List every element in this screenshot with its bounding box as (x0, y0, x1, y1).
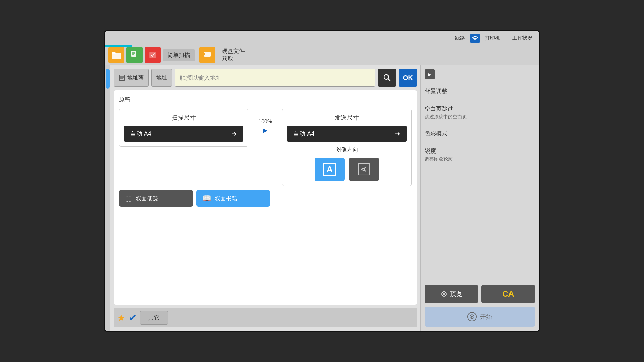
original-label: 原稿 (119, 96, 412, 103)
svg-rect-9 (119, 75, 125, 80)
send-size-box: 发送尺寸 自动 A4 ➜ 图像方向 A (282, 109, 412, 186)
start-btn[interactable]: 开始 (425, 307, 535, 327)
send-size-value: 自动 A4 (293, 130, 314, 138)
address-label: 地址 (151, 69, 172, 87)
ca-label: CA (502, 289, 514, 299)
scan-size-box: 扫描尺寸 自动 A4 ➜ (119, 109, 249, 147)
nav-folder-btn[interactable] (108, 47, 124, 63)
address-bar: 地址薄 地址 触摸以输入地址 OK (114, 69, 417, 87)
send-arrow-icon: ➜ (395, 130, 400, 138)
scroll-thumb (106, 69, 110, 89)
nav-hdd-icon (199, 47, 215, 63)
scan-size-selector[interactable]: 自动 A4 ➜ (124, 126, 244, 142)
start-icon (467, 312, 477, 321)
svg-rect-1 (112, 52, 116, 54)
right-panel-header: ▶ (425, 69, 535, 83)
duplex-note-btn[interactable]: ⬚ 双面便笺 (119, 190, 193, 207)
send-size-selector[interactable]: 自动 A4 ➜ (287, 126, 407, 142)
search-btn[interactable] (378, 69, 396, 87)
bg-adjust-label: 背景调整 (425, 87, 535, 95)
duplex-book-label: 双面书籍 (215, 195, 237, 202)
line-label: 线路 (455, 35, 465, 41)
scan-arrow-icon: ➜ (231, 130, 237, 138)
svg-rect-6 (150, 52, 156, 58)
duplex-book-icon: 📖 (202, 194, 211, 203)
address-placeholder: 触摸以输入地址 (180, 74, 222, 82)
ok-btn[interactable]: OK (399, 69, 417, 87)
address-book-btn[interactable]: 地址薄 (114, 69, 149, 87)
main-area: 地址薄 地址 触摸以输入地址 OK (105, 65, 539, 331)
landscape-icon: A (358, 163, 370, 175)
left-panel: 地址薄 地址 触摸以输入地址 OK (110, 65, 420, 331)
skip-blank-sublabel: 跳过原稿中的空白页 (425, 114, 535, 120)
percent-arrow: 100% ▶ (258, 109, 272, 134)
portrait-icon: A (323, 163, 336, 176)
nav-scan-btn[interactable] (145, 47, 161, 63)
tab-other[interactable]: 其它 (140, 311, 168, 325)
device-frame: 线路 打印机 工作状况 (0, 0, 644, 362)
simple-scan-label: 简单扫描 (167, 51, 190, 59)
sharpness-sublabel: 调整图象轮廓 (425, 156, 535, 162)
duplex-book-btn[interactable]: 📖 双面书籍 (196, 190, 270, 207)
preview-btn[interactable]: 预览 (425, 285, 478, 303)
duplex-note-icon: ⬚ (125, 194, 132, 203)
skip-blank-label: 空白页跳过 (425, 105, 535, 113)
status-label: 工作状况 (512, 35, 532, 41)
orientation-label: 图像方向 (335, 146, 358, 154)
address-book-label: 地址薄 (127, 74, 144, 81)
bottom-btns: ⬚ 双面便笺 📖 双面书籍 (119, 190, 412, 207)
scan-size-value: 自动 A4 (130, 130, 151, 138)
status-bar: 线路 打印机 工作状况 (105, 31, 539, 45)
left-scrollbar[interactable] (105, 65, 110, 331)
screen: 线路 打印机 工作状况 (104, 30, 540, 332)
right-action-btns: 预览 CA (425, 279, 535, 303)
nav-bar: 简单扫描 硬盘文件 获取 (105, 45, 539, 65)
scan-size-label: 扫描尺寸 (172, 114, 196, 122)
ca-btn[interactable]: CA (481, 285, 535, 303)
svg-line-14 (388, 79, 390, 81)
content-panel: 原稿 扫描尺寸 自动 A4 ➜ 100% (114, 90, 417, 305)
orientation-landscape-btn[interactable]: A (349, 158, 379, 181)
scan-send-row: 扫描尺寸 自动 A4 ➜ 100% ▶ (119, 109, 412, 186)
address-input[interactable]: 触摸以输入地址 (175, 69, 375, 87)
bg-adjust-item[interactable]: 背景调整 (425, 83, 535, 100)
svg-rect-8 (204, 53, 205, 55)
bottom-tab-bar: ★ ✔ 其它 (114, 308, 417, 327)
sharpness-item[interactable]: 锐度 调整图象轮廓 (425, 142, 535, 167)
send-size-label: 发送尺寸 (335, 114, 359, 122)
color-mode-item[interactable]: 色彩模式 (425, 125, 535, 142)
sharpness-label: 锐度 (425, 147, 535, 155)
right-panel: ▶ 背景调整 空白页跳过 跳过原稿中的空白页 色彩模式 锐度 调整图象轮廓 (420, 65, 539, 331)
start-label: 开始 (480, 313, 492, 321)
percent-text: 100% (258, 119, 272, 125)
tab-check[interactable]: ✔ (129, 312, 137, 323)
orientation-portrait-btn[interactable]: A (315, 158, 345, 181)
tab-star[interactable]: ★ (117, 312, 125, 323)
hdd-file-label: 硬盘文件 获取 (222, 47, 245, 63)
preview-label: 预览 (450, 290, 462, 298)
hdd-file-btn[interactable]: 硬盘文件 获取 (217, 45, 250, 65)
nav-doc-btn[interactable] (126, 47, 143, 63)
simple-scan-btn[interactable]: 简单扫描 (163, 49, 195, 61)
printer-label: 打印机 (485, 35, 500, 41)
percent-arrow-icon: ▶ (263, 127, 268, 134)
orientation-row: A A (315, 158, 379, 181)
duplex-note-label: 双面便笺 (136, 195, 158, 202)
svg-point-16 (443, 293, 445, 295)
color-mode-label: 色彩模式 (425, 130, 535, 137)
skip-blank-item[interactable]: 空白页跳过 跳过原稿中的空白页 (425, 100, 535, 125)
wifi-icon (470, 34, 480, 43)
right-play-btn[interactable]: ▶ (425, 69, 435, 79)
